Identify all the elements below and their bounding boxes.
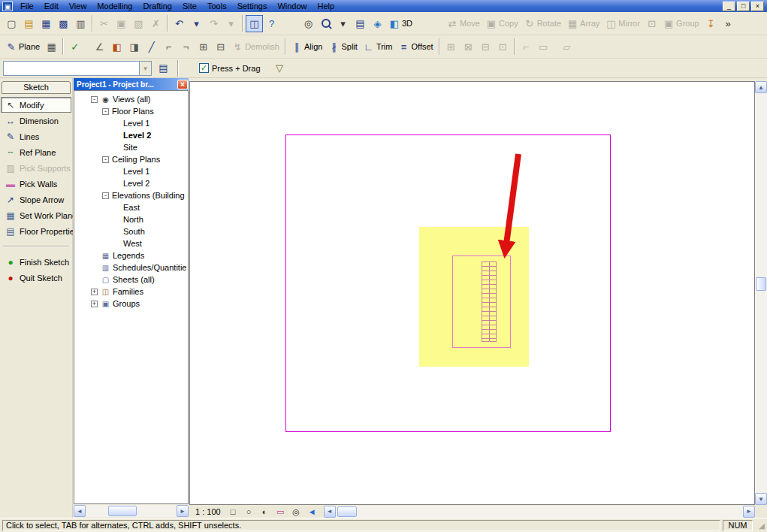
vertical-scrollbar[interactable]: ▲ ▼ (755, 81, 767, 505)
toolbar-overflow-button[interactable]: » (720, 15, 737, 32)
menu-help[interactable]: Help (313, 1, 340, 11)
tree-item[interactable]: South (74, 225, 188, 237)
press-drag-label[interactable]: Press + Drag (212, 64, 261, 73)
mirror-button[interactable]: ◫Mirror (602, 15, 643, 32)
unjoin-button[interactable]: ⊟ (212, 38, 229, 56)
tree-item[interactable]: -Elevations (Building (74, 189, 188, 201)
vertical-scroll-thumb[interactable] (756, 277, 766, 291)
default-3d-button[interactable]: ◧3D (386, 15, 415, 32)
menu-drafting[interactable]: Drafting (137, 1, 177, 11)
open-button[interactable]: ▤ (20, 15, 38, 32)
scroll-down-button[interactable]: ▼ (755, 493, 767, 505)
tree-expand-icon[interactable]: + (91, 301, 98, 307)
tree-expand-icon[interactable]: + (91, 289, 98, 295)
tree-collapse-icon[interactable]: - (102, 108, 109, 115)
orient-view-button[interactable]: ◈ (369, 15, 386, 32)
view-scale[interactable]: 1 : 100 (195, 507, 221, 516)
detach-button[interactable]: ¬ (177, 38, 195, 56)
delete-button[interactable]: ✗ (147, 15, 165, 32)
tree-item[interactable]: -◉Views (all) (74, 93, 188, 105)
design-bar-item-slope-arrow[interactable]: ↗Slope Arrow (1, 192, 71, 207)
chevron-down-icon[interactable]: ▾ (139, 62, 151, 75)
pin-button[interactable]: ↧ (702, 15, 720, 32)
redo-history-button[interactable]: ▾ (222, 15, 240, 32)
restore-button[interactable]: □ (737, 2, 750, 11)
design-bar-item-lines[interactable]: ✎Lines (1, 128, 71, 144)
horizontal-scroll-thumb[interactable] (337, 506, 357, 517)
vertical-scroll-track[interactable] (755, 93, 767, 493)
filter-button[interactable]: ▽ (271, 59, 288, 77)
minimize-button[interactable]: _ (723, 2, 735, 11)
tree-item[interactable]: East (74, 201, 188, 213)
zoom-menu-button[interactable]: ▾ (334, 15, 352, 32)
design-bar-item-pick-supports[interactable]: ▥Pick Supports (1, 160, 71, 176)
show-crop-button[interactable]: ◎ (291, 507, 302, 516)
offset-button[interactable]: ≡Offset (395, 38, 436, 56)
tree-item[interactable]: Level 1 (74, 117, 188, 129)
scroll-up-button[interactable]: ▲ (755, 81, 767, 93)
menu-site[interactable]: Site (177, 1, 202, 11)
tree-item[interactable]: Level 2 (74, 177, 188, 189)
spelling-button[interactable]: ✓ (66, 38, 83, 56)
scroll-right-button[interactable]: ► (177, 505, 189, 517)
align-button[interactable]: ∥Align (288, 38, 325, 56)
zoom-button[interactable] (317, 15, 334, 32)
demolish-button[interactable]: ↯Demolish (229, 38, 282, 56)
paste-button[interactable]: ▧ (130, 15, 147, 32)
reveal-hidden-button[interactable]: ◄ (306, 507, 318, 516)
move-button[interactable]: ⇄Move (444, 15, 483, 32)
app-icon[interactable]: ▣ (2, 2, 13, 11)
design-bar-tab-sketch[interactable]: Sketch (2, 81, 71, 94)
edit-joins-button[interactable]: ⊟ (477, 38, 494, 56)
horizontal-scrollbar[interactable]: ◄ ► (324, 506, 755, 518)
design-bar-item-finish-sketch[interactable]: ●Finish Sketch (1, 254, 71, 270)
copy-button[interactable]: ▣ (113, 15, 130, 32)
horizontal-scroll-track[interactable] (336, 506, 743, 518)
save-all-button[interactable]: ▩ (55, 15, 72, 32)
help-mode-button[interactable]: ? (263, 15, 280, 32)
tree-item[interactable]: Level 1 (74, 165, 188, 177)
tree-item[interactable]: -Floor Plans (74, 105, 188, 117)
menu-file[interactable]: File (15, 1, 39, 11)
tree-item[interactable]: -Ceiling Plans (74, 153, 188, 165)
menu-window[interactable]: Window (272, 1, 312, 11)
crop-region-button[interactable]: ▭ (275, 507, 286, 516)
menu-settings[interactable]: Settings (232, 1, 273, 11)
trim-button[interactable]: ∟Trim (361, 38, 396, 56)
close-button[interactable]: × (751, 2, 764, 11)
design-bar-item-quit-sketch[interactable]: ●Quit Sketch (1, 270, 71, 286)
design-bar-item-floor-properties[interactable]: ▤Floor Properties (1, 223, 71, 239)
work-plane-viz-button[interactable]: ▱ (558, 38, 575, 56)
tree-collapse-icon[interactable]: - (91, 96, 98, 103)
opening-button[interactable]: ▭ (535, 38, 552, 56)
window-tile-button[interactable]: ◫ (246, 15, 263, 32)
host-sweep-button[interactable]: ⌐ (518, 38, 535, 56)
properties-button[interactable]: ▤ (155, 59, 172, 77)
browser-horizontal-scrollbar[interactable]: ◄ ► (74, 505, 189, 517)
edit-cuts-button[interactable]: ⊠ (460, 38, 477, 56)
shadows-button[interactable]: ◐ (259, 507, 270, 516)
tree-item[interactable]: +◫Families (74, 286, 188, 298)
linework-button[interactable]: ╱ (143, 38, 160, 56)
press-drag-checkbox[interactable]: ✓ (199, 63, 209, 73)
dynamic-view-button[interactable]: ◎ (300, 15, 317, 32)
copy-tool-button[interactable]: ▣Copy (483, 15, 521, 32)
project-browser-titlebar[interactable]: Project1 - Project br... × (74, 78, 189, 90)
undo-history-button[interactable]: ▾ (188, 15, 205, 32)
close-icon[interactable]: × (177, 80, 188, 89)
lock-position-button[interactable]: ⊡ (643, 15, 660, 32)
join-button[interactable]: ⊞ (195, 38, 212, 56)
menu-modelling[interactable]: Modelling (92, 1, 137, 11)
edit-profile-button[interactable]: ⊡ (494, 38, 512, 56)
grid-button[interactable]: ▦ (43, 38, 60, 56)
print-button[interactable]: ▥ (72, 15, 89, 32)
design-bar-item-set-work-plane[interactable]: ▦Set Work Plane (1, 207, 71, 223)
save-button[interactable]: ▦ (38, 15, 55, 32)
design-bar-item-dimension[interactable]: ↔Dimension (1, 113, 71, 128)
cut-button[interactable]: ✂ (95, 15, 113, 32)
paint-button[interactable]: ◧ (108, 38, 125, 56)
type-selector[interactable]: ▾ (3, 61, 152, 76)
tree-collapse-icon[interactable]: - (102, 192, 109, 199)
rotate-button[interactable]: ↻Rotate (521, 15, 564, 32)
measure-button[interactable]: ∠ (91, 38, 108, 56)
